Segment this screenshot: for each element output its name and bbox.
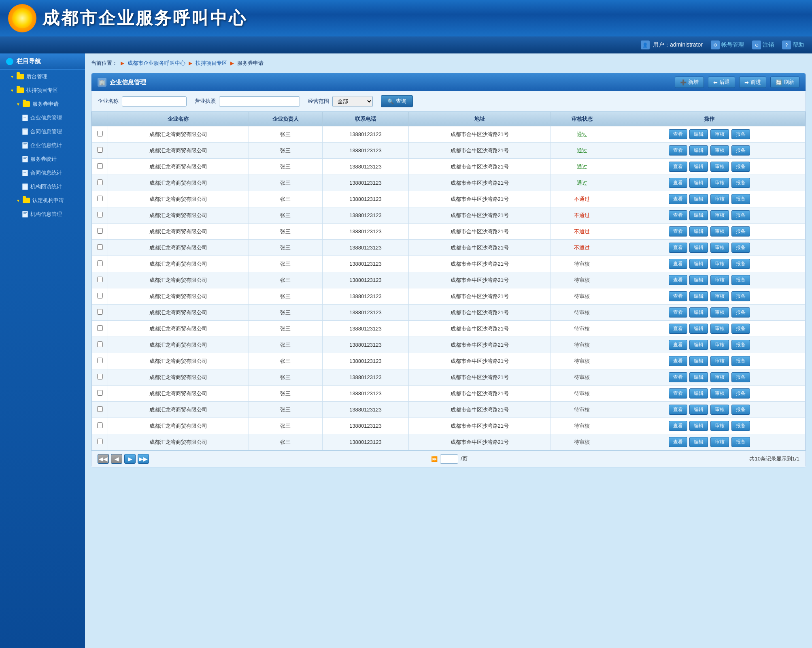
report-button[interactable]: 报备 [731, 421, 750, 431]
sidebar-item-voucher-stats[interactable]: 服务券统计 [0, 152, 85, 166]
audit-button[interactable]: 审核 [710, 259, 729, 269]
license-input[interactable] [219, 96, 300, 107]
audit-button[interactable]: 审核 [710, 437, 729, 447]
view-button[interactable]: 查看 [669, 178, 687, 188]
edit-button[interactable]: 编辑 [689, 210, 708, 220]
row-checkbox[interactable] [97, 147, 103, 153]
report-button[interactable]: 报备 [731, 243, 750, 253]
view-button[interactable]: 查看 [669, 388, 687, 399]
row-checkbox[interactable] [97, 277, 103, 282]
audit-button[interactable]: 审核 [710, 307, 729, 318]
report-button[interactable]: 报备 [731, 162, 750, 172]
report-button[interactable]: 报备 [731, 145, 750, 156]
edit-button[interactable]: 编辑 [689, 178, 708, 188]
breadcrumb-item2[interactable]: 扶持项目专区 [196, 60, 227, 67]
logout-link[interactable]: ⊙ 注销 [752, 40, 774, 49]
view-button[interactable]: 查看 [669, 275, 687, 285]
edit-button[interactable]: 编辑 [689, 226, 708, 237]
view-button[interactable]: 查看 [669, 405, 687, 415]
view-button[interactable]: 查看 [669, 437, 687, 447]
help-link[interactable]: ? 帮助 [782, 40, 804, 49]
report-button[interactable]: 报备 [731, 356, 750, 366]
edit-button[interactable]: 编辑 [689, 356, 708, 366]
sidebar-item-backend[interactable]: ▼ 后台管理 [0, 70, 85, 83]
next-page-button[interactable]: ▶ [124, 454, 136, 464]
audit-button[interactable]: 审核 [710, 421, 729, 431]
row-checkbox[interactable] [97, 341, 103, 347]
audit-button[interactable]: 审核 [710, 194, 729, 204]
edit-button[interactable]: 编辑 [689, 162, 708, 172]
sidebar-item-company-info[interactable]: 企业信息管理 [0, 111, 85, 125]
edit-button[interactable]: 编辑 [689, 259, 708, 269]
audit-button[interactable]: 审核 [710, 356, 729, 366]
audit-button[interactable]: 审核 [710, 372, 729, 382]
edit-button[interactable]: 编辑 [689, 324, 708, 334]
row-checkbox[interactable] [97, 163, 103, 169]
report-button[interactable]: 报备 [731, 129, 750, 139]
report-button[interactable]: 报备 [731, 372, 750, 382]
view-button[interactable]: 查看 [669, 340, 687, 350]
row-checkbox[interactable] [97, 439, 103, 444]
row-checkbox[interactable] [97, 179, 103, 185]
row-checkbox[interactable] [97, 390, 103, 396]
row-checkbox[interactable] [97, 244, 103, 250]
edit-button[interactable]: 编辑 [689, 243, 708, 253]
view-button[interactable]: 查看 [669, 129, 687, 139]
row-checkbox[interactable] [97, 131, 103, 136]
report-button[interactable]: 报备 [731, 194, 750, 204]
sidebar-item-org-visit[interactable]: 机构回访统计 [0, 180, 85, 194]
edit-button[interactable]: 编辑 [689, 421, 708, 431]
row-checkbox[interactable] [97, 196, 103, 201]
report-button[interactable]: 报备 [731, 437, 750, 447]
row-checkbox[interactable] [97, 293, 103, 298]
report-button[interactable]: 报备 [731, 291, 750, 301]
view-button[interactable]: 查看 [669, 372, 687, 382]
first-page-button[interactable]: ◀◀ [98, 454, 109, 464]
prev-page-button[interactable]: ◀ [111, 454, 122, 464]
sidebar-item-support-zone[interactable]: ▼ 扶持项目专区 [0, 83, 85, 97]
audit-button[interactable]: 审核 [710, 291, 729, 301]
view-button[interactable]: 查看 [669, 356, 687, 366]
sidebar-item-company-stats[interactable]: 企业信息统计 [0, 139, 85, 152]
edit-button[interactable]: 编辑 [689, 129, 708, 139]
audit-button[interactable]: 审核 [710, 388, 729, 399]
edit-button[interactable]: 编辑 [689, 340, 708, 350]
view-button[interactable]: 查看 [669, 324, 687, 334]
audit-button[interactable]: 审核 [710, 162, 729, 172]
view-button[interactable]: 查看 [669, 145, 687, 156]
audit-button[interactable]: 审核 [710, 145, 729, 156]
last-page-button[interactable]: ▶▶ [138, 454, 149, 464]
audit-button[interactable]: 审核 [710, 129, 729, 139]
row-checkbox[interactable] [97, 358, 103, 363]
report-button[interactable]: 报备 [731, 226, 750, 237]
refresh-button[interactable]: 🔄 刷新 [770, 77, 799, 88]
audit-button[interactable]: 审核 [710, 243, 729, 253]
view-button[interactable]: 查看 [669, 421, 687, 431]
sidebar-item-contract-info[interactable]: 合同信息管理 [0, 125, 85, 139]
report-button[interactable]: 报备 [731, 388, 750, 399]
row-checkbox[interactable] [97, 228, 103, 234]
view-button[interactable]: 查看 [669, 162, 687, 172]
back-button[interactable]: ⬅ 后退 [708, 77, 735, 88]
report-button[interactable]: 报备 [731, 307, 750, 318]
view-button[interactable]: 查看 [669, 259, 687, 269]
account-management-link[interactable]: ⚙ 帐号管理 [711, 40, 744, 49]
report-button[interactable]: 报备 [731, 275, 750, 285]
edit-button[interactable]: 编辑 [689, 388, 708, 399]
edit-button[interactable]: 编辑 [689, 405, 708, 415]
report-button[interactable]: 报备 [731, 259, 750, 269]
view-button[interactable]: 查看 [669, 243, 687, 253]
audit-button[interactable]: 审核 [710, 178, 729, 188]
forward-button[interactable]: ➡ 前进 [739, 77, 766, 88]
sidebar-item-org-info[interactable]: 机构信息管理 [0, 207, 85, 221]
audit-button[interactable]: 审核 [710, 340, 729, 350]
edit-button[interactable]: 编辑 [689, 145, 708, 156]
row-checkbox[interactable] [97, 260, 103, 266]
view-button[interactable]: 查看 [669, 307, 687, 318]
page-input[interactable] [440, 454, 458, 464]
breadcrumb-item1[interactable]: 成都市企业服务呼叫中心 [128, 60, 185, 67]
add-button[interactable]: ➕ 新增 [675, 77, 704, 88]
report-button[interactable]: 报备 [731, 210, 750, 220]
view-button[interactable]: 查看 [669, 210, 687, 220]
view-button[interactable]: 查看 [669, 194, 687, 204]
